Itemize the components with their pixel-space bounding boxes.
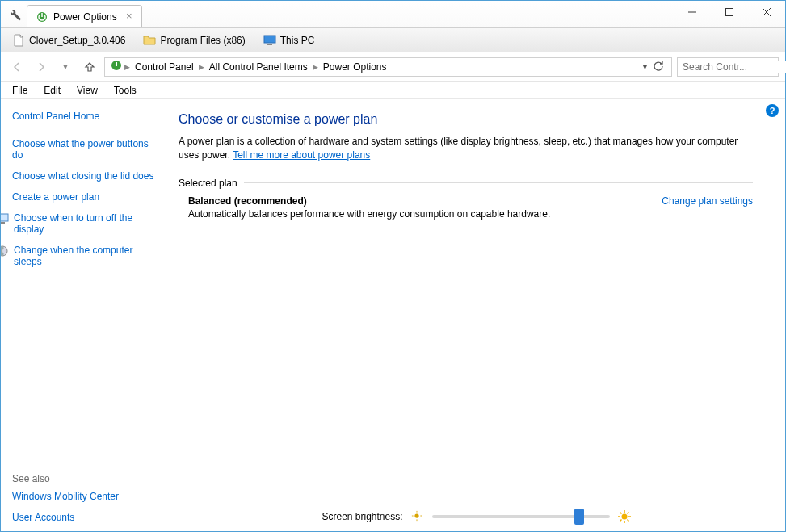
content-area: ? Control Panel Home Choose what the pow…: [1, 99, 785, 531]
monitor-icon: [1, 212, 9, 225]
brightness-label: Screen brightness:: [322, 511, 402, 522]
browser-tab[interactable]: Power Options ×: [27, 5, 142, 27]
sidebar-link[interactable]: Choose what closing the lid does: [12, 170, 158, 182]
sidebar-link[interactable]: Change when the computer sleeps: [1, 245, 158, 267]
recent-dropdown[interactable]: ▼: [56, 57, 75, 77]
chevron-right-icon[interactable]: ▶: [199, 63, 204, 71]
brightness-slider[interactable]: [432, 515, 610, 518]
menu-tools[interactable]: Tools: [107, 83, 143, 98]
breadcrumb[interactable]: ▶ Control Panel ▶ All Control Panel Item…: [104, 57, 672, 77]
refresh-button[interactable]: [652, 60, 666, 74]
folder-icon: [143, 34, 156, 47]
svg-line-26: [620, 519, 621, 521]
minimize-button[interactable]: [674, 1, 711, 23]
selected-plan-section: Selected plan: [179, 178, 753, 189]
svg-point-14: [414, 513, 418, 517]
plan-name: Balanced (recommended): [188, 195, 307, 207]
menubar: File Edit View Tools: [1, 82, 785, 99]
bookmark-item[interactable]: Program Files (x86): [138, 31, 250, 49]
sidebar-link[interactable]: Choose what the power buttons do: [12, 138, 158, 161]
sun-bright-icon: [618, 510, 631, 523]
maximize-button[interactable]: [711, 1, 748, 23]
see-also-block: See also Windows Mobility Center User Ac…: [12, 473, 158, 526]
bookmark-item[interactable]: Clover_Setup_3.0.406: [7, 31, 130, 49]
svg-rect-12: [1, 222, 5, 224]
chevron-right-icon[interactable]: ▶: [313, 63, 318, 71]
see-also-link[interactable]: Windows Mobility Center: [12, 491, 158, 502]
bookmarks-bar: Clover_Setup_3.0.406 Program Files (x86)…: [1, 28, 785, 52]
see-also-header: See also: [12, 473, 158, 484]
brightness-footer: Screen brightness:: [167, 501, 785, 531]
breadcrumb-item[interactable]: All Control Panel Items: [206, 61, 311, 73]
back-button[interactable]: [7, 57, 27, 77]
menu-edit[interactable]: Edit: [37, 83, 67, 98]
bookmark-label: Clover_Setup_3.0.406: [29, 35, 125, 46]
window-controls: [674, 1, 785, 23]
svg-line-27: [627, 512, 628, 513]
close-tab-icon[interactable]: ×: [124, 10, 135, 22]
slider-thumb[interactable]: [574, 509, 584, 525]
breadcrumb-item[interactable]: Control Panel: [132, 61, 197, 73]
wrench-icon: [6, 6, 22, 22]
bookmark-label: Program Files (x86): [160, 35, 245, 46]
search-input[interactable]: [681, 61, 786, 73]
sidebar-link[interactable]: Create a power plan: [12, 191, 158, 203]
page-heading: Choose or customise a power plan: [179, 112, 753, 127]
breadcrumb-item[interactable]: Power Options: [320, 61, 390, 73]
see-also-link[interactable]: User Accounts: [12, 512, 158, 523]
svg-rect-5: [264, 36, 275, 43]
control-panel-home-link[interactable]: Control Panel Home: [12, 111, 158, 122]
moon-icon: [1, 245, 9, 258]
svg-line-24: [620, 512, 621, 513]
svg-point-19: [621, 513, 627, 519]
svg-rect-2: [726, 9, 733, 16]
up-button[interactable]: [80, 57, 99, 77]
control-panel-icon: [110, 59, 123, 74]
close-window-button[interactable]: [748, 1, 785, 23]
chevron-right-icon[interactable]: ▶: [124, 63, 130, 71]
divider: [244, 182, 753, 183]
svg-rect-11: [1, 214, 8, 221]
file-icon: [12, 34, 25, 47]
svg-rect-6: [267, 44, 272, 45]
breadcrumb-history-dropdown[interactable]: ▼: [641, 63, 649, 71]
menu-file[interactable]: File: [6, 83, 34, 98]
search-box[interactable]: [677, 57, 779, 77]
sidebar: Control Panel Home Choose what the power…: [1, 99, 169, 531]
svg-line-25: [627, 519, 628, 521]
learn-more-link[interactable]: Tell me more about power plans: [233, 149, 370, 161]
sidebar-link[interactable]: Choose when to turn off the display: [1, 212, 158, 235]
titlebar: Power Options ×: [1, 1, 785, 28]
power-plan-row: Balanced (recommended) Change plan setti…: [179, 195, 753, 207]
bookmark-item[interactable]: This PC: [258, 31, 320, 49]
change-plan-settings-link[interactable]: Change plan settings: [662, 195, 753, 207]
pc-icon: [263, 34, 276, 47]
sun-dim-icon: [411, 510, 424, 523]
page-description: A power plan is a collection of hardware…: [179, 135, 753, 163]
window-frame: Power Options × Clover_Setup_3.0.406 Pro…: [0, 0, 786, 532]
svg-rect-8: [116, 62, 117, 66]
menu-view[interactable]: View: [70, 83, 104, 98]
power-icon: [36, 10, 48, 23]
main-panel: Choose or customise a power plan A power…: [169, 99, 785, 531]
plan-description: Automatically balances performance with …: [179, 208, 753, 220]
address-bar: ▼ ▶ Control Panel ▶ All Control Panel It…: [1, 52, 785, 82]
tab-title: Power Options: [53, 11, 117, 23]
bookmark-label: This PC: [280, 35, 315, 46]
forward-button[interactable]: [32, 57, 51, 77]
